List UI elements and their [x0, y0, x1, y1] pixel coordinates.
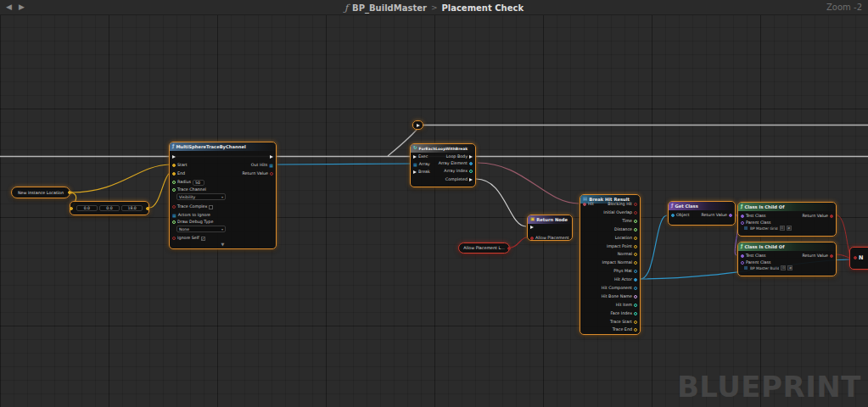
pin-impact-normal[interactable]: Impact Normal [602, 260, 637, 265]
node-vector-literal[interactable]: 0.0 0.0 18.0 [70, 201, 149, 215]
reroute-pin[interactable] [417, 123, 420, 128]
pin-allow-placement[interactable]: Allow Placement [530, 236, 569, 241]
browse-icon[interactable]: ◈ [787, 265, 792, 270]
pin-blocking-hit[interactable]: Blocking Hit [608, 202, 637, 207]
pin-exec[interactable]: Exec [413, 154, 428, 159]
pin-return-value[interactable]: Return Value [242, 171, 273, 176]
loop-icon: ↻ [413, 146, 417, 151]
use-selected-icon[interactable]: ⊙ [781, 265, 786, 270]
pin-trace-start[interactable]: Trace Start [610, 320, 637, 325]
pin-return-value[interactable]: Return Value [802, 214, 833, 219]
exec-out-pin[interactable] [270, 154, 273, 159]
collapse-row[interactable]: ▼ [170, 242, 276, 247]
pin-time[interactable]: Time [622, 219, 637, 224]
pin-label: Return Value [802, 215, 828, 219]
bool-output-pin[interactable] [507, 247, 511, 250]
node-break-hit-result[interactable]: ▤ Break Hit Result Hit Blocking Hit Init… [580, 194, 641, 335]
node-class-is-child-of-2[interactable]: ƒ Class Is Child Of Test Class Return Va… [737, 242, 837, 276]
pin-out-hits[interactable]: ▦ Out Hits [251, 163, 273, 168]
function-icon: ƒ [172, 144, 174, 149]
pin-face-index[interactable]: Face Index [610, 311, 637, 316]
chevron-down-icon: ▾ [221, 195, 223, 199]
trace-channel-dropdown[interactable]: Visibility ▾ [176, 193, 226, 200]
breadcrumb-current[interactable]: Placement Check [441, 3, 524, 13]
vector-input-pin[interactable] [70, 207, 73, 210]
pin-hit-item[interactable]: Hit Item [616, 303, 637, 308]
node-reroute[interactable] [412, 120, 423, 130]
pin-actors-to-ignore[interactable]: ▦ Actors to Ignore [172, 213, 210, 218]
pin-initial-overlap[interactable]: Initial Overlap [603, 210, 637, 215]
wire-outhits-to-array[interactable] [277, 164, 411, 164]
wire-hitactor-to-getclass[interactable] [641, 215, 667, 279]
wire-element-to-hit[interactable] [478, 163, 579, 204]
ignore-self-checkbox[interactable]: ✓ [201, 237, 205, 241]
pin-label: Test Class [746, 215, 766, 219]
node-title: Class Is Child Of [744, 204, 784, 209]
parent-class-picker[interactable]: BP Master Grid ⊙ ◈ [743, 226, 792, 231]
pin-array[interactable]: ▦ Array [413, 162, 430, 167]
pin-test-class[interactable]: Test Class [741, 214, 766, 219]
wire-vector-to-end[interactable] [149, 173, 170, 208]
pin-partial[interactable]: N [854, 255, 863, 260]
vector-output-pin[interactable] [68, 191, 71, 194]
use-selected-icon[interactable]: ⊙ [780, 226, 785, 231]
wire-allowplacement[interactable] [510, 237, 527, 248]
trace-complex-checkbox[interactable] [209, 205, 213, 209]
pin-hit[interactable]: Hit [583, 202, 594, 207]
vector-z-input[interactable]: 18.0 [121, 205, 143, 211]
pin-phys-mat[interactable]: Phys Mat [613, 269, 637, 274]
pin-completed[interactable]: Completed [445, 177, 473, 182]
node-new-instance-location[interactable]: New Instance Location [11, 187, 70, 198]
pin-trace-channel[interactable]: Trace Channel [172, 187, 206, 192]
zoom-level: Zoom -2 [826, 3, 862, 12]
wire-location-to-start[interactable] [71, 164, 170, 192]
vector-y-input[interactable]: 0.0 [99, 205, 120, 211]
pin-hit-component[interactable]: Hit Component [602, 286, 637, 291]
pin-break[interactable]: Break [413, 170, 430, 175]
node-get-class[interactable]: ƒ Get Class Object Return Value [668, 201, 736, 226]
node-return[interactable]: ▣ Return Node Allow Placement [527, 215, 573, 241]
exec-in-pin[interactable] [172, 154, 176, 159]
pin-test-class[interactable]: Test Class [741, 254, 766, 259]
vector-x-input[interactable]: 0.0 [76, 205, 98, 211]
pin-location[interactable]: Location [615, 236, 637, 241]
pin-object[interactable]: Object [671, 213, 690, 218]
node-foreach-loop-with-break[interactable]: ↻ ForEachLoopWithBreak Exec ▦ Array Brea… [410, 143, 476, 187]
node-class-is-child-of-1[interactable]: ƒ Class Is Child Of Test Class Return Va… [737, 202, 837, 237]
pin-array-element[interactable]: Array Element [439, 161, 473, 166]
exec-icon [469, 178, 473, 181]
pin-radius[interactable]: Radius 50 [172, 180, 204, 185]
pin-trace-end[interactable]: Trace End [613, 327, 637, 332]
pin-normal[interactable]: Normal [618, 252, 637, 257]
pin-array-index[interactable]: Array Index [444, 169, 473, 174]
browse-icon[interactable]: ◈ [787, 226, 792, 231]
pin-label: Phys Mat [613, 270, 632, 274]
exec-in-pin[interactable] [530, 225, 534, 230]
pin-hit-actor[interactable]: Hit Actor [614, 277, 637, 282]
pin-draw-debug-type[interactable]: Draw Debug Type [172, 220, 213, 225]
node-title: Get Class [675, 204, 697, 209]
pin-distance[interactable]: Distance [614, 227, 637, 232]
draw-debug-dropdown[interactable]: None ▾ [176, 226, 226, 232]
node-multi-sphere-trace[interactable]: ƒ MultiSphereTraceByChannel Start End Ra… [169, 142, 277, 249]
pin-return-value[interactable]: Return Value [802, 254, 833, 259]
back-button[interactable]: ◀ [6, 3, 12, 11]
parent-class-picker[interactable]: BP Master Build ⊙ ◈ [743, 265, 792, 270]
radius-input[interactable]: 50 [193, 180, 204, 186]
pin-impact-point[interactable]: Impact Point [607, 244, 637, 249]
breadcrumb-parent[interactable]: BP_BuildMaster [352, 3, 427, 13]
pin-hit-bone-name[interactable]: Hit Bone Name [602, 294, 637, 299]
pin-loop-body[interactable]: Loop Body [446, 154, 473, 159]
node-allow-placement-getter[interactable]: Allow Placement L... [458, 243, 510, 254]
pin-return-value[interactable]: Return Value [701, 213, 732, 218]
node-title: ForEachLoopWithBreak [419, 147, 468, 151]
forward-button[interactable]: ▶ [19, 3, 25, 11]
node-partial-right[interactable]: N [849, 247, 868, 270]
pin-label: Hit Actor [614, 278, 632, 282]
pin-start[interactable]: Start [172, 163, 188, 168]
exec-wire-completed-to-return[interactable] [476, 179, 526, 226]
vector-output-pin[interactable] [146, 207, 149, 210]
pin-trace-complex[interactable]: Trace Complex [172, 204, 213, 209]
pin-end[interactable]: End [172, 171, 185, 176]
pin-ignore-self[interactable]: Ignore Self ✓ [172, 236, 205, 241]
